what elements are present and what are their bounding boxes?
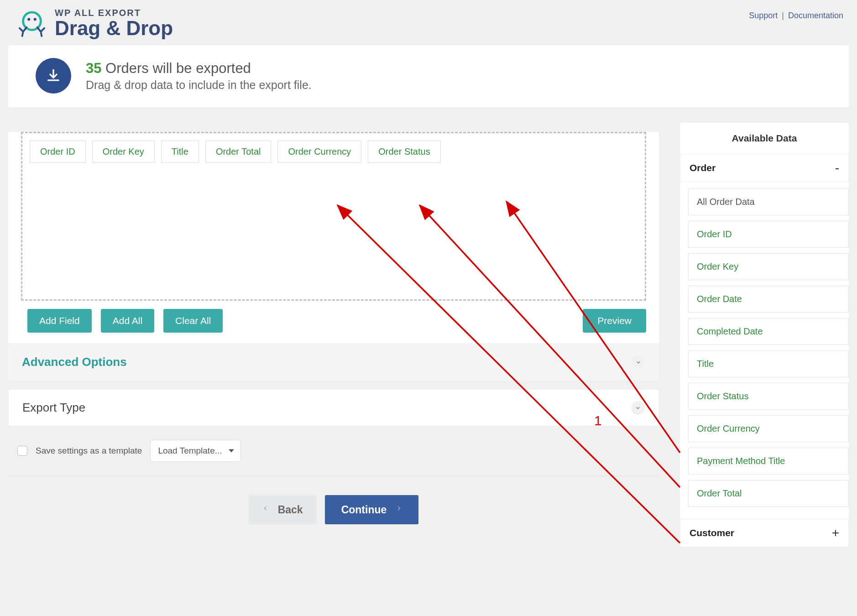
continue-button[interactable]: Continue [325,495,419,524]
top-links: Support | Documentation [749,8,843,21]
advanced-options-toggle[interactable]: Advanced Options [8,344,659,380]
svg-point-1 [27,18,30,21]
chevron-down-icon [632,355,645,369]
export-count: 35 [86,60,101,76]
topbar: WP ALL EXPORT Drag & Drop Support | Docu… [8,8,849,45]
hero-title: 35 Orders will be exported [86,60,312,77]
clear-all-button[interactable]: Clear All [163,309,223,333]
add-field-button[interactable]: Add Field [27,309,92,333]
collapse-icon: - [835,165,839,171]
sidebar-item[interactable]: Order ID [688,221,849,248]
continue-label: Continue [341,504,387,516]
sidebar-item[interactable]: Order Date [688,286,849,313]
chevron-down-icon [631,401,645,415]
documentation-link[interactable]: Documentation [788,11,843,20]
sidebar-group-head[interactable]: Order- [680,154,849,182]
nav-row: Back Continue [8,491,659,536]
chevron-left-icon [262,503,269,516]
brand-subtitle: WP ALL EXPORT [55,8,173,18]
expand-icon: + [832,530,839,536]
sidebar-item[interactable]: Title [688,350,849,377]
sidebar-item[interactable]: Completed Date [688,318,849,345]
hero-title-text: Orders will be exported [105,60,251,76]
svg-point-2 [34,18,37,21]
field-chip[interactable]: Title [161,141,199,163]
sidebar-group-head[interactable]: Customer+ [680,519,849,547]
load-template-select[interactable]: Load Template... [150,440,240,462]
sidebar-item[interactable]: Order Key [688,253,849,280]
template-row: Save settings as a template Load Templat… [8,426,659,476]
save-template-checkbox[interactable] [17,446,27,456]
add-all-button[interactable]: Add All [101,309,154,333]
sidebar-group-title: Customer [690,527,734,538]
available-data-head: Available Data [680,123,849,154]
separator: | [782,11,784,20]
sidebar-group-list: All Order DataOrder IDOrder KeyOrder Dat… [680,182,849,519]
field-chip[interactable]: Order ID [30,141,86,163]
sidebar-item[interactable]: Order Total [688,480,849,507]
save-template-label: Save settings as a template [36,446,142,456]
sidebar-group-title: Order [690,162,716,173]
dropzone-panel: Order IDOrder KeyTitleOrder TotalOrder C… [8,132,659,380]
sidebar-item[interactable]: Order Currency [688,415,849,442]
sidebar-item[interactable]: Payment Method Title [688,448,849,475]
back-button[interactable]: Back [249,495,317,524]
brand: WP ALL EXPORT Drag & Drop [17,8,173,39]
export-type-toggle[interactable]: Export Type [8,389,659,426]
hero-card: 35 Orders will be exported Drag & drop d… [8,45,849,107]
preview-button[interactable]: Preview [583,309,646,333]
back-label: Back [278,504,303,516]
brand-title: Drag & Drop [55,18,173,39]
chevron-right-icon [396,503,402,516]
sidebar-item[interactable]: All Order Data [688,188,849,215]
drop-area[interactable]: Order IDOrder KeyTitleOrder TotalOrder C… [21,132,646,301]
field-chip[interactable]: Order Currency [277,141,361,163]
export-type-title: Export Type [22,401,85,415]
logo-icon [17,9,47,38]
sidebar-item[interactable]: Order Status [688,383,849,410]
field-chip[interactable]: Order Key [92,141,155,163]
field-chip[interactable]: Order Total [205,141,272,163]
field-chip[interactable]: Order Status [368,141,440,163]
advanced-options-title: Advanced Options [22,355,127,369]
support-link[interactable]: Support [749,11,778,20]
hero-subtitle: Drag & drop data to include in the expor… [86,78,312,92]
download-icon [36,58,71,94]
